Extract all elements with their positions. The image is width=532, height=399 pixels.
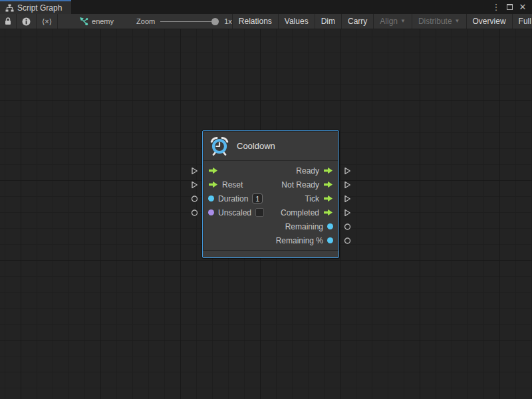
graph-name-label: enemy [92,17,114,25]
output-port-not-ready[interactable] [344,181,351,189]
toolbar-button-dim[interactable]: Dim [315,14,341,29]
window-tab-bar: Script Graph ⋮ ✕ [0,0,532,14]
toolbar-button-distribute: Distribute▼ [412,14,466,29]
duration-value-field[interactable]: 1 [252,194,263,203]
port-label: Unscaled [218,208,251,217]
data-dot-icon [327,237,333,243]
port-label: Completed [281,208,319,217]
code-icon: ⟨×⟩ [42,17,52,26]
graph-icon [79,17,88,26]
node-header[interactable]: Cooldown [203,131,338,161]
zoom-value: 1x [224,17,232,25]
output-slot-completed[interactable]: Completed [281,208,333,217]
info-icon [22,17,31,26]
output-port-remaining[interactable] [344,223,351,230]
alarm-clock-icon [209,136,229,156]
input-port-unscaled[interactable] [191,209,198,216]
control-arrow-icon [208,181,218,188]
zoom-label: Zoom [136,17,155,25]
tab-label: Script Graph [17,3,62,13]
output-slot-remaining[interactable]: Remaining [285,222,333,231]
data-dot-icon [327,223,333,229]
lock-icon [5,17,11,25]
control-arrow-icon [323,195,333,202]
tab-script-graph[interactable]: Script Graph [0,0,71,14]
toolbar-button-align: Align▼ [373,14,412,29]
control-arrow-icon [208,167,218,174]
output-slot-ready[interactable]: Ready [296,166,333,176]
zoom-slider-handle[interactable] [211,18,219,25]
node-footer [203,250,338,257]
window-menu-icon[interactable]: ⋮ [491,2,501,13]
chevron-down-icon: ▼ [400,19,406,24]
input-slot-duration[interactable]: Duration1 [208,194,263,203]
close-icon[interactable]: ✕ [517,2,528,13]
graph-breadcrumb[interactable]: enemy [74,14,119,29]
port-label: Ready [296,166,319,176]
zoom-slider[interactable] [160,18,219,25]
input-port-reset[interactable] [191,181,198,189]
port-label: Remaining % [276,236,323,245]
data-dot-icon [208,196,214,201]
toolbar-button-carry[interactable]: Carry [341,14,373,29]
port-row: Remaining % [203,233,338,247]
info-button[interactable] [17,14,37,29]
input-port-duration[interactable] [191,195,198,202]
port-label: Reset [222,180,243,190]
toolbar-button-label: Relations [239,17,272,26]
unscaled-checkbox[interactable] [255,208,264,217]
node-title: Cooldown [237,141,275,151]
control-arrow-icon [323,209,333,216]
toolbar-button-label: Dim [321,17,335,26]
graph-toolbar: ⟨×⟩ enemy Zoom 1x RelationsValuesDimCarr… [0,14,532,29]
port-label: Tick [305,194,319,203]
view-buttons-group: RelationsValuesDimCarryAlign▼Distribute▼… [232,14,532,29]
toolbar-button-overview[interactable]: Overview [466,14,512,29]
port-row: UnscaledCompleted [203,205,338,219]
zoom-control: Zoom 1x [136,14,232,29]
maximize-icon[interactable] [504,2,515,13]
output-port-ready[interactable] [344,167,351,175]
port-row: Duration1Tick [203,192,338,205]
control-arrow-icon [323,167,333,174]
control-arrow-icon [323,181,333,188]
toolbar-button-label: Distribute [418,17,452,26]
node-body: ReadyResetNot ReadyDuration1TickUnscaled… [203,161,338,250]
code-view-button[interactable]: ⟨×⟩ [37,14,58,29]
output-slot-remaining-pct[interactable]: Remaining % [276,236,333,245]
toolbar-button-label: Overview [473,17,506,26]
window-controls: ⋮ ✕ [491,0,532,14]
toolbar-button-relations[interactable]: Relations [232,14,278,29]
port-row: Remaining [203,219,338,233]
script-graph-icon [5,4,14,12]
toolbar-button-label: Full Screen [519,17,532,26]
zoom-slider-track [160,21,219,22]
toolbar-button-label: Align [380,17,398,26]
toolbar-button-label: Carry [348,17,367,26]
input-slot-unscaled[interactable]: Unscaled [208,208,264,217]
output-port-tick[interactable] [344,195,351,203]
toolbar-button-label: Values [285,17,309,26]
output-slot-tick[interactable]: Tick [305,194,333,203]
port-label: Duration [218,194,248,203]
port-row: Ready [203,164,338,178]
input-slot-reset[interactable]: Reset [208,180,243,190]
data-dot-icon [208,209,214,215]
input-slot-port[interactable] [208,167,218,174]
output-slot-not-ready[interactable]: Not Ready [281,180,333,190]
toolbar-button-full-screen[interactable]: Full Screen [512,14,532,29]
cooldown-node[interactable]: Cooldown ReadyResetNot ReadyDuration1Tic… [202,130,339,258]
output-port-completed[interactable] [344,209,351,217]
port-label: Not Ready [281,180,319,190]
chevron-down-icon: ▼ [455,19,460,24]
output-port-remaining-pct[interactable] [344,237,351,244]
input-port-port[interactable] [191,167,198,175]
port-row: ResetNot Ready [203,178,338,192]
toolbar-button-values[interactable]: Values [278,14,315,29]
lock-button[interactable] [0,14,17,29]
port-label: Remaining [285,222,323,231]
graph-canvas[interactable]: Cooldown ReadyResetNot ReadyDuration1Tic… [0,29,532,399]
